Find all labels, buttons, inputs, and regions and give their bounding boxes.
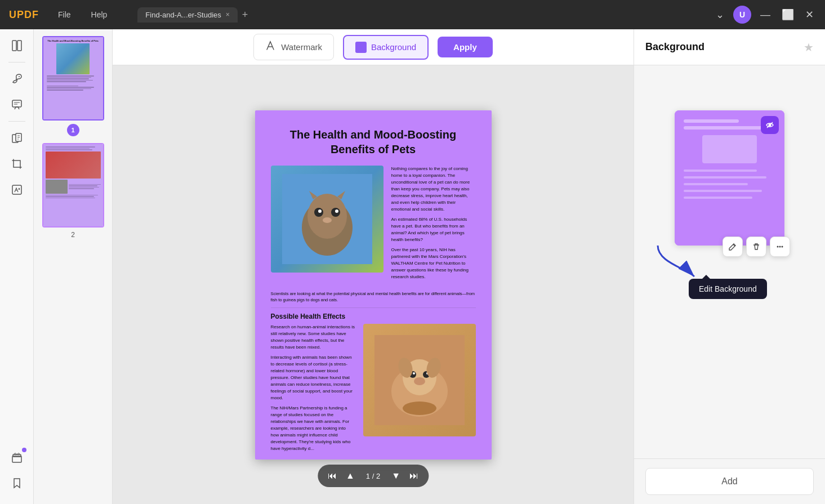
svg-point-2 — [19, 76, 20, 77]
more-options-button[interactable] — [770, 237, 790, 257]
svg-point-16 — [323, 217, 332, 223]
thumb1-text-lines — [46, 75, 101, 91]
page-navigation: ⏮ ▲ 1 / 2 ▼ ⏭ — [318, 465, 429, 487]
svg-point-33 — [782, 246, 783, 248]
svg-point-32 — [779, 246, 781, 248]
app-logo: UPDF — [9, 9, 39, 21]
pdf-cat-image — [271, 166, 383, 273]
bg-preview-area: Edit Background — [634, 65, 825, 458]
svg-point-24 — [414, 377, 425, 385]
right-panel-title: Background — [645, 41, 704, 53]
svg-point-31 — [777, 246, 779, 248]
hide-background-button[interactable] — [761, 116, 779, 134]
thumbnail-page-num-1: 1 — [67, 124, 79, 136]
star-button[interactable]: ★ — [804, 41, 814, 54]
separator-2 — [8, 121, 25, 122]
tab-area: Find-and-A...er-Studies × + — [137, 7, 702, 23]
dropdown-button[interactable]: ⌄ — [713, 6, 726, 23]
pdf-content-row: Nothing compares to the joy of coming ho… — [271, 166, 476, 284]
pdf-para-3: Over the past 10 years, NIH has partnere… — [391, 247, 476, 280]
bg-card-detail-1 — [684, 170, 757, 172]
document-toolbar: Watermark Background Apply — [113, 29, 634, 65]
svg-point-22 — [413, 372, 415, 374]
main-layout: The Health and Mood-Boosting Benefits of… — [0, 29, 825, 504]
bg-card-detail-3 — [684, 183, 748, 185]
left-toolbar-bottom — [5, 445, 29, 499]
close-button[interactable]: ✕ — [803, 6, 816, 23]
tab-label: Find-and-A...er-Studies — [145, 11, 221, 19]
paint-icon[interactable] — [5, 67, 29, 91]
thumb2-text-lines-bottom — [69, 180, 101, 194]
background-card: Edit Background — [675, 110, 784, 246]
watermark-icon — [265, 40, 277, 54]
crop-icon[interactable] — [5, 152, 29, 176]
edit-background-button[interactable] — [723, 237, 743, 257]
bookmark-icon[interactable] — [5, 471, 29, 495]
apply-button[interactable]: Apply — [438, 37, 493, 57]
file-menu[interactable]: File — [50, 7, 79, 23]
first-page-button[interactable]: ⏮ — [324, 468, 340, 484]
read-icon[interactable] — [5, 34, 29, 57]
thumb1-cat-image — [56, 43, 90, 74]
svg-rect-8 — [13, 454, 21, 457]
document-tab[interactable]: Find-and-A...er-Studies × — [137, 7, 237, 23]
watermark-tool-icon[interactable] — [5, 178, 29, 202]
thumb2-text-lines-bottom2 — [46, 195, 101, 199]
separator-1 — [8, 62, 25, 63]
thumbnail-img-2 — [42, 143, 104, 228]
pdf-section-para-1: Research on human-animal interactions is… — [271, 324, 355, 351]
background-button[interactable]: Background — [343, 35, 429, 60]
user-avatar[interactable]: U — [733, 6, 751, 24]
annotate-icon[interactable] — [5, 93, 29, 117]
background-label: Background — [371, 42, 416, 52]
titlebar: UPDF File Help Find-and-A...er-Studies ×… — [0, 0, 825, 29]
last-page-button[interactable]: ⏭ — [406, 468, 422, 484]
tab-close-button[interactable]: × — [226, 11, 230, 19]
arrow-decoration — [646, 240, 703, 285]
delete-background-button[interactable] — [746, 237, 766, 257]
bg-card-box — [702, 135, 757, 163]
edit-background-tooltip: Edit Background — [689, 279, 767, 299]
svg-point-11 — [307, 194, 347, 239]
svg-point-15 — [335, 209, 338, 213]
pdf-section-para-2: Interacting with animals has been shown … — [271, 354, 355, 402]
pdf-section-title: Possible Health Effects — [271, 313, 476, 320]
new-tab-button[interactable]: + — [242, 9, 248, 21]
right-panel-header: Background ★ — [634, 29, 825, 65]
gift-icon[interactable] — [5, 445, 29, 469]
minimize-button[interactable]: — — [758, 7, 773, 23]
bg-card-line-1 — [684, 119, 739, 123]
thumb1-title: The Health and Mood-Boosting Benefits of… — [46, 39, 101, 42]
bg-card-detail-5 — [684, 197, 752, 199]
pdf-page: The Health and Mood-Boosting Benefits of… — [255, 110, 492, 460]
bg-card-actions: Edit Background — [723, 237, 790, 257]
thumbnail-page-1[interactable]: The Health and Mood-Boosting Benefits of… — [42, 36, 104, 136]
pages-icon[interactable] — [5, 126, 29, 150]
svg-rect-3 — [12, 100, 21, 107]
pdf-title: The Health and Mood-Boosting Benefits of… — [271, 127, 476, 157]
pdf-para-1: Nothing compares to the joy of coming ho… — [391, 166, 476, 213]
pdf-text-block: Research on human-animal interactions is… — [271, 324, 355, 456]
thumb2-text-lines-top — [46, 146, 101, 150]
next-page-button[interactable]: ▼ — [388, 468, 404, 484]
thumb2-dog-image — [46, 151, 101, 179]
thumbnail-page-2[interactable]: 2 — [42, 143, 104, 239]
pdf-caption: Scientists are looking at what the poten… — [271, 291, 476, 304]
maximize-button[interactable]: ⬜ — [779, 6, 796, 23]
svg-rect-1 — [17, 41, 21, 51]
watermark-button[interactable]: Watermark — [253, 34, 334, 60]
pdf-divider — [271, 307, 476, 308]
right-panel-bottom: Add — [634, 458, 825, 504]
pdf-text-column: Nothing compares to the joy of coming ho… — [391, 166, 476, 284]
thumbnail-page-num-2: 2 — [71, 231, 75, 239]
help-menu[interactable]: Help — [83, 7, 115, 23]
pdf-bottom-row: Research on human-animal interactions is… — [271, 324, 476, 456]
add-background-button[interactable]: Add — [645, 468, 814, 495]
titlebar-nav: File Help — [50, 7, 115, 23]
prev-page-button[interactable]: ▲ — [342, 468, 358, 484]
right-panel: Background ★ — [634, 29, 825, 504]
pdf-para-2: An estimated 68% of U.S. households have… — [391, 216, 476, 243]
thumbnail-panel: The Health and Mood-Boosting Benefits of… — [34, 29, 113, 504]
watermark-label: Watermark — [281, 42, 322, 52]
svg-rect-0 — [12, 41, 16, 51]
